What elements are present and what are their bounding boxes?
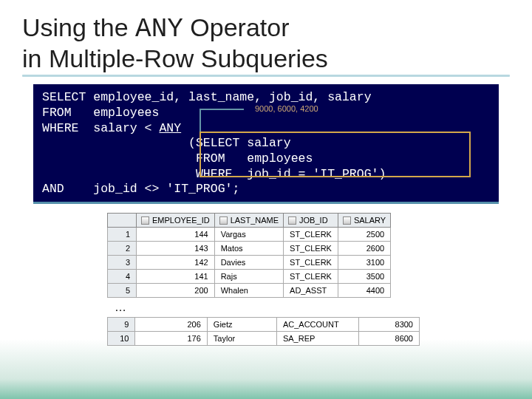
table-row: 5200WhalenAD_ASST4400 xyxy=(108,284,391,298)
arrow-connector xyxy=(200,109,244,136)
table-row: 2143MatosST_CLERK2600 xyxy=(108,242,391,256)
col-last-name: LAST_NAME xyxy=(214,213,283,228)
table-row: 10176TaylorSA_REP8600 xyxy=(108,332,420,346)
col-employee-id: EMPLOYEE_ID xyxy=(137,213,215,228)
table-row: 4141RajsST_CLERK3500 xyxy=(108,270,391,284)
col-salary: SALARY xyxy=(338,213,390,228)
col-job-id: JOB_ID xyxy=(284,213,338,228)
any-keyword: ANY xyxy=(159,121,181,135)
title-mono: ANY xyxy=(135,14,183,44)
sql-line-3: WHERE salary < ANY xyxy=(42,121,490,137)
title-text-c: in Multiple-Row Subqueries xyxy=(22,44,328,72)
sql-line-7: AND job_id <> 'IT_PROG'; xyxy=(42,182,490,197)
sql-line-6: WHERE job_id = 'IT_PROG') xyxy=(42,167,490,183)
result-table-2: 9206GietzAC_ACCOUNT8300 10176TaylorSA_RE… xyxy=(107,317,420,346)
sql-line-5: FROM employees xyxy=(42,151,490,167)
sort-icon xyxy=(288,216,296,225)
sort-icon xyxy=(141,216,149,225)
result-values-annotation: 9000, 6000, 4200 xyxy=(255,104,318,115)
slide-title: Using the ANY Operator in Multiple-Row S… xyxy=(0,0,532,73)
title-underline xyxy=(22,75,510,77)
table-row: 9206GietzAC_ACCOUNT8300 xyxy=(108,318,420,332)
table-header-row: EMPLOYEE_ID LAST_NAME JOB_ID SALARY xyxy=(108,213,391,228)
sql-code-block: SELECT employee_id, last_name, job_id, s… xyxy=(33,84,499,203)
sql-line-4: (SELECT salary xyxy=(42,136,490,151)
table-row: 3142DaviesST_CLERK3100 xyxy=(108,256,391,270)
table-row: 1144VargasST_CLERK2500 xyxy=(108,228,391,242)
rownum-header xyxy=(108,213,137,228)
sort-icon xyxy=(219,216,228,225)
result-table-1: EMPLOYEE_ID LAST_NAME JOB_ID SALARY 1144… xyxy=(107,213,420,299)
sort-icon xyxy=(343,216,351,225)
sql-line-1: SELECT employee_id, last_name, job_id, s… xyxy=(42,90,490,106)
title-text-b: Operator xyxy=(183,13,290,41)
title-text-a: Using the xyxy=(22,13,135,41)
ellipsis: … xyxy=(115,301,532,314)
